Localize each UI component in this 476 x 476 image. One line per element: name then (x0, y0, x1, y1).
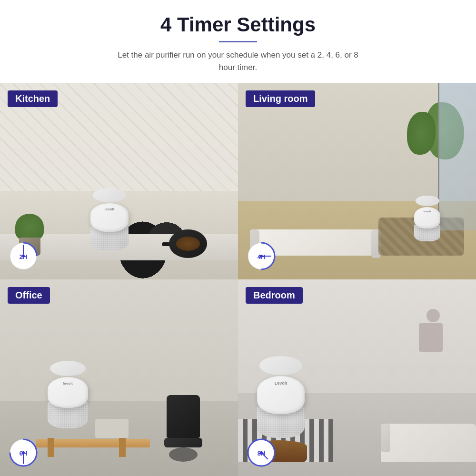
page-title: 4 Timer Settings (19, 13, 457, 36)
room-cell-living: levoit Living room 4H (238, 83, 476, 279)
room-cell-office: levoit Office 6H (0, 279, 238, 476)
svg-text:4H: 4H (258, 253, 266, 260)
room-cell-bedroom: Levoit Bedroom 8H (238, 279, 476, 476)
desk-leg-left (48, 438, 54, 457)
purifier-top (50, 361, 86, 376)
glass-door (438, 83, 476, 230)
svg-text:8H: 8H (258, 450, 266, 457)
purifier-top (259, 356, 302, 375)
purifier-top (416, 196, 439, 206)
chair-back (167, 395, 200, 438)
person-head (426, 309, 440, 322)
living-timer: 4H (247, 241, 276, 271)
chair-seat (164, 438, 202, 447)
kitchen-label: Kitchen (8, 90, 58, 107)
purifier-body: levoit (414, 207, 440, 228)
purifier-body: levoit (90, 203, 129, 232)
subtitle: Let the air purifier run on your schedul… (114, 49, 362, 74)
svg-text:2H: 2H (20, 253, 28, 260)
pan-body (169, 229, 207, 258)
chair-base (169, 447, 198, 462)
office-label: Office (8, 287, 50, 304)
plant-leaves (15, 214, 44, 240)
person-silhouette (419, 309, 447, 352)
divider (219, 41, 257, 42)
purifier-body: levoit (48, 377, 88, 408)
bedroom-label: Bedroom (246, 287, 303, 304)
kitchen-purifier: levoit (90, 188, 129, 251)
purifier-body: Levoit (257, 376, 305, 414)
couch-arm (381, 424, 390, 452)
office-timer: 6H (9, 438, 38, 467)
office-chair (164, 395, 202, 462)
living-plant-2 (407, 112, 436, 155)
frying-pan (162, 225, 214, 258)
office-purifier: levoit (48, 361, 88, 428)
room-cell-kitchen: levoit Kitchen 2H (0, 83, 238, 279)
kitchen-timer: 2H (9, 241, 38, 271)
mouse-pad (95, 419, 129, 438)
bedroom-timer: 8H (247, 438, 276, 467)
person-body (419, 323, 443, 352)
room-grid: levoit Kitchen 2H (0, 83, 476, 476)
living-purifier: levoit (414, 196, 440, 241)
header-section: 4 Timer Settings Let the air purifier ru… (0, 0, 476, 83)
desk-leg-right (119, 438, 126, 457)
page-wrapper: 4 Timer Settings Let the air purifier ru… (0, 0, 476, 476)
bedroom-purifier: Levoit (257, 356, 305, 438)
bedroom-couch (381, 424, 476, 462)
purifier-top (93, 188, 126, 202)
pan-food (176, 237, 200, 251)
svg-text:6H: 6H (20, 450, 28, 457)
living-label: Living room (246, 90, 315, 107)
